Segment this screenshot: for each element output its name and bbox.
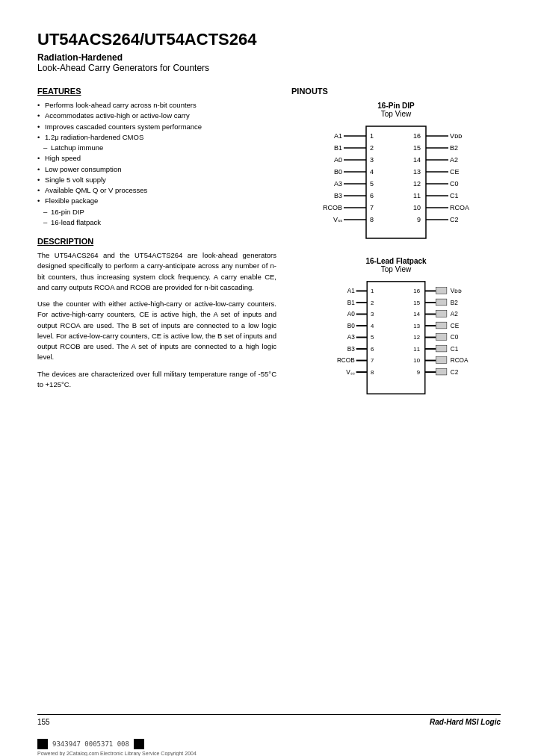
svg-text:Vₛₛ: Vₛₛ [333, 216, 342, 223]
svg-rect-91 [436, 334, 447, 341]
svg-text:C2: C2 [451, 369, 459, 376]
svg-text:8: 8 [370, 216, 374, 223]
svg-text:16: 16 [413, 288, 420, 294]
pinouts-section: 16-Pin DIP Top View A1 1 [291, 102, 501, 397]
dip-title: 16-Pin DIP [377, 102, 414, 110]
flatpack-diagram: A1 1 B1 2 A0 3 B0 4 A3 [321, 278, 471, 397]
footer-brand: Rad-Hard MSI Logic [430, 718, 501, 726]
svg-text:C1: C1 [450, 192, 459, 199]
barcode-number: 9343947 0005371 008 [52, 740, 129, 748]
svg-text:5: 5 [370, 180, 374, 188]
svg-text:4: 4 [370, 168, 374, 176]
svg-text:9: 9 [417, 369, 420, 376]
svg-rect-79 [436, 299, 447, 306]
svg-rect-75 [436, 288, 447, 294]
svg-rect-95 [436, 345, 447, 352]
svg-text:A1: A1 [347, 288, 355, 294]
svg-text:C2: C2 [450, 216, 459, 223]
barcode-rect-right [134, 739, 144, 749]
svg-text:12: 12 [413, 180, 421, 188]
list-item: Single 5 volt supply [37, 175, 276, 185]
list-item: Accommodates active-high or active-low c… [37, 111, 276, 121]
svg-text:A3: A3 [334, 180, 342, 188]
svg-text:5: 5 [371, 334, 374, 341]
svg-text:6: 6 [371, 346, 374, 353]
left-column: FEATURES Performs look-ahead carry acros… [37, 87, 276, 397]
list-item: Flexible package [37, 196, 276, 206]
footer-barcode: 9343947 0005371 008 Powered by 2Catalog.… [37, 736, 501, 756]
svg-text:15: 15 [413, 300, 420, 306]
list-item: Available QML Q or V processes [37, 185, 276, 196]
list-item: Performs look-ahead carry across n-bit c… [37, 100, 276, 111]
features-section: FEATURES Performs look-ahead carry acros… [37, 87, 276, 228]
svg-text:8: 8 [371, 369, 374, 376]
svg-text:B1: B1 [347, 300, 355, 306]
svg-text:CE: CE [451, 323, 460, 329]
svg-text:Vₛₛ: Vₛₛ [346, 369, 355, 376]
list-item: 16-lead flatpack [37, 217, 276, 228]
svg-text:14: 14 [413, 156, 421, 164]
description-para2: Use the counter with either active-high-… [37, 299, 276, 363]
features-list: Performs look-ahead carry across n-bit c… [37, 100, 276, 228]
svg-text:A2: A2 [451, 311, 458, 317]
right-column: PINOUTS 16-Pin DIP Top View A1 [291, 87, 501, 397]
footer: 155 Rad-Hard MSI Logic [37, 714, 501, 726]
footer-copyright: Powered by 2Catalog.com Electronic Libra… [37, 751, 501, 756]
features-title: FEATURES [37, 87, 276, 96]
svg-text:C0: C0 [450, 180, 459, 188]
page: UT54ACS264/UT54ACTS264 Radiation-Hardene… [0, 0, 538, 756]
barcode-rect-left [37, 739, 48, 749]
svg-rect-87 [436, 322, 447, 329]
svg-text:10: 10 [413, 357, 420, 364]
list-item: Low power consumption [37, 164, 276, 175]
svg-text:11: 11 [413, 346, 420, 353]
svg-text:RCOA: RCOA [451, 357, 469, 364]
svg-text:RCOB: RCOB [323, 204, 342, 211]
svg-rect-99 [436, 357, 447, 364]
svg-text:1: 1 [370, 132, 374, 140]
svg-text:Vᴅᴅ: Vᴅᴅ [451, 288, 463, 294]
svg-text:B0: B0 [334, 168, 342, 176]
svg-text:11: 11 [413, 192, 421, 199]
svg-text:CE: CE [450, 168, 460, 176]
svg-text:A0: A0 [334, 156, 342, 164]
svg-text:10: 10 [413, 204, 421, 211]
flatpack-pinout-block: 16-Lead Flatpack Top View A1 1 B1 [291, 257, 501, 397]
svg-text:2: 2 [370, 144, 374, 152]
pinouts-label: PINOUTS [291, 87, 501, 96]
svg-text:1: 1 [371, 288, 374, 294]
svg-text:12: 12 [413, 334, 420, 341]
svg-text:7: 7 [371, 357, 374, 364]
svg-text:9: 9 [417, 216, 421, 223]
page-subtitle: Look-Ahead Carry Generators for Counters [37, 63, 501, 73]
description-section: DESCRIPTION The UT54ACS264 and the UT54A… [37, 237, 276, 390]
svg-text:16: 16 [413, 132, 421, 140]
svg-text:A1: A1 [334, 132, 342, 140]
svg-text:C0: C0 [451, 334, 459, 341]
svg-rect-103 [436, 368, 447, 375]
svg-text:A0: A0 [347, 311, 355, 317]
svg-text:13: 13 [413, 323, 420, 329]
dip-pinout-block: 16-Pin DIP Top View A1 1 [291, 102, 501, 242]
list-item: Latchup immune [37, 143, 276, 153]
list-item: Improves cascaded counters system perfor… [37, 122, 276, 132]
page-title: UT54ACS264/UT54ACTS264 [37, 30, 501, 49]
svg-text:14: 14 [413, 311, 420, 317]
footer-page-number: 155 [37, 718, 50, 726]
description-title: DESCRIPTION [37, 237, 276, 246]
svg-text:RCOB: RCOB [337, 357, 355, 364]
svg-text:RCOA: RCOA [450, 204, 469, 211]
page-subtitle-bold: Radiation-Hardened [37, 52, 501, 63]
svg-text:B2: B2 [451, 300, 458, 306]
svg-text:2: 2 [371, 300, 374, 306]
dip-subtitle: Top View [381, 110, 411, 118]
description-para3: The devices are characterized over full … [37, 369, 276, 391]
svg-text:3: 3 [371, 311, 374, 317]
flatpack-title: 16-Lead Flatpack [365, 257, 426, 265]
list-item: High speed [37, 153, 276, 164]
svg-text:3: 3 [370, 156, 374, 164]
svg-text:B2: B2 [450, 144, 458, 152]
svg-text:B0: B0 [347, 323, 355, 329]
svg-text:B3: B3 [347, 346, 355, 353]
svg-text:Vᴅᴅ: Vᴅᴅ [450, 132, 462, 140]
